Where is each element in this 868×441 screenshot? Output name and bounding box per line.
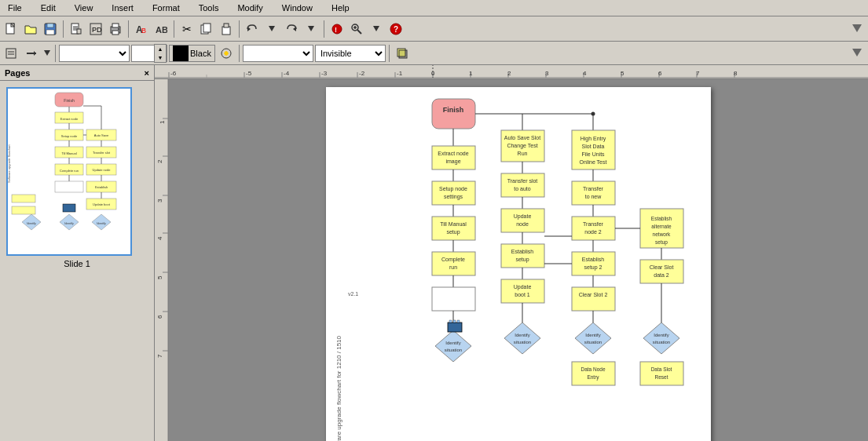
svg-text:7: 7 [156,354,163,358]
color-label: Black [190,49,211,58]
doc-btn1[interactable] [67,20,86,38]
svg-marker-48 [852,49,862,56]
pages-close-button[interactable]: × [145,68,149,78]
svg-text:situation: situation [514,340,531,344]
menu-window[interactable]: Window [277,2,317,14]
undo-dropdown[interactable] [262,20,281,38]
spell-btn2[interactable]: AB [152,20,170,38]
svg-text:High Entry: High Entry [580,136,606,142]
zoom-dropdown[interactable] [367,20,386,38]
flowchart-svg: Finish Extract node image [350,87,711,441]
arrow-dropdown[interactable] [42,44,52,63]
svg-text:8: 8 [734,70,738,77]
svg-text:image: image [445,159,460,165]
line-style-dropdown[interactable]: Invisible [59,45,130,62]
menu-insert[interactable]: Insert [107,2,138,14]
menu-format[interactable]: Format [148,2,185,14]
toolbar-file-group [2,20,60,38]
format-extra-btn[interactable] [2,44,20,63]
sep-f1 [55,45,56,62]
svg-text:3: 3 [156,199,163,202]
fill-style-dropdown[interactable]: Invisible [243,45,313,62]
toolbar-expand[interactable] [848,20,866,38]
fill-color-dropdown[interactable]: Invisible [315,45,386,62]
svg-rect-196 [572,217,615,240]
color-picker-btn[interactable] [217,44,236,63]
svg-text:Identify: Identify [27,222,36,225]
redo-dropdown[interactable] [302,20,320,38]
new-button[interactable] [2,20,20,38]
svg-text:Transfer: Transfer [583,221,603,227]
color-selector[interactable]: Black [169,45,215,62]
open-button[interactable] [21,20,40,38]
svg-text:3: 3 [545,70,549,77]
sep-f2 [239,45,240,62]
undo-button[interactable] [243,20,262,38]
zoom-btn[interactable] [347,20,366,38]
svg-text:to new: to new [585,194,602,199]
svg-text:-4: -4 [284,70,290,77]
slide-thumbnail-1[interactable]: Finish Extract node Setup node [6,87,148,268]
svg-rect-126 [155,79,169,441]
svg-text:-5: -5 [246,70,252,77]
svg-rect-238 [572,362,615,385]
svg-text:Identify: Identify [654,333,668,337]
svg-rect-91 [63,204,75,212]
arrow-style-btn[interactable] [22,44,41,63]
svg-text:Software upgrade flowchart: Software upgrade flowchart [8,144,11,183]
extra-btn1[interactable]: ! [328,20,346,38]
print-button[interactable] [106,20,125,38]
menu-edit[interactable]: Edit [36,2,60,14]
svg-marker-209 [435,330,471,362]
slide-page[interactable]: Software upgrade flowchart for 1210 / 15… [326,87,711,441]
svg-rect-92 [155,65,868,78]
svg-text:Update node: Update node [93,168,112,172]
redo-button[interactable] [282,20,301,38]
svg-text:run: run [449,264,457,270]
toolbar-main: PDF AB AB ✂ [0,16,868,42]
sep5 [324,20,324,38]
help-btn[interactable]: ? [386,20,405,38]
svg-text:Establish: Establish [582,257,605,262]
svg-rect-155 [432,217,475,240]
svg-rect-192 [572,181,615,205]
svg-text:Data Node: Data Node [580,366,605,372]
toolbar2-expand[interactable] [848,44,866,63]
svg-text:Update boot: Update boot [93,202,111,206]
menu-tools[interactable]: Tools [194,2,224,14]
svg-rect-39 [6,49,16,58]
save-button[interactable] [41,20,60,38]
svg-rect-22 [203,24,211,32]
menu-view[interactable]: View [70,2,98,14]
slide-preview-1[interactable]: Finish Extract node Setup node [6,87,132,256]
svg-rect-178 [501,244,544,268]
svg-text:Till Manual: Till Manual [61,151,76,155]
menu-help[interactable]: Help [327,2,354,14]
cut-button[interactable]: ✂ [178,20,196,38]
shadow-btn[interactable] [393,44,412,63]
export-button[interactable]: PDF [86,20,105,38]
menu-modify[interactable]: Modify [233,2,267,14]
svg-text:Entry: Entry [587,374,599,381]
spin-up[interactable]: ▲ [155,45,166,53]
svg-rect-147 [432,146,475,169]
svg-text:B: B [141,27,146,35]
arrow-style-group [22,44,52,63]
menu-file[interactable]: File [3,2,27,14]
paste-button[interactable] [217,20,236,38]
svg-rect-241 [640,362,683,385]
svg-text:-1: -1 [397,70,403,77]
line-width-spinner: ▲ ▼ [154,44,167,63]
svg-point-29 [332,24,342,34]
copy-button[interactable] [197,20,216,38]
spin-down[interactable]: ▼ [155,53,166,62]
svg-text:Extract node: Extract node [60,117,79,121]
svg-marker-213 [504,323,540,354]
svg-text:File Units: File Units [581,151,605,157]
spell-btn[interactable]: AB [132,20,151,38]
svg-rect-182 [501,279,544,303]
svg-text:Identify: Identify [97,222,106,225]
main-layout: Pages × Finish [0,65,868,441]
line-width-input[interactable] [132,46,154,61]
canvas-area[interactable]: -6 -5 -4 -3 -2 -1 0 1 2 [155,65,868,441]
